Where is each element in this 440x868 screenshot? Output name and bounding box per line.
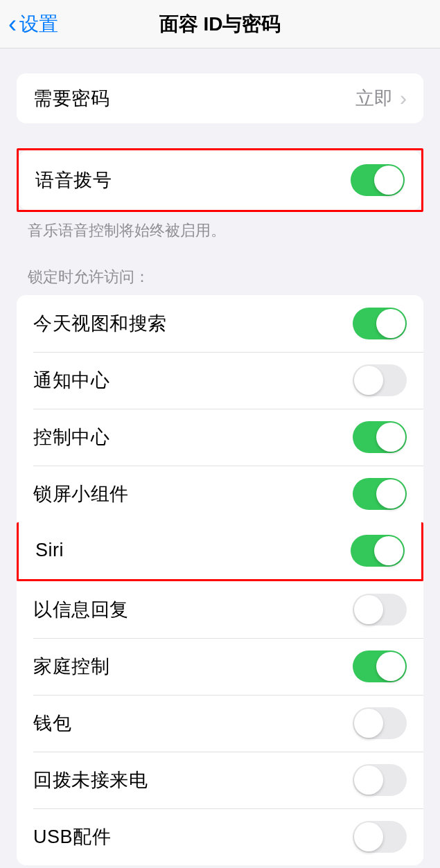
navigation-header: ‹ 设置 面容 ID与密码 <box>0 0 440 48</box>
home-control-label: 家庭控制 <box>33 654 109 679</box>
callback-missed-row: 回拨未接来电 <box>17 752 423 808</box>
home-control-toggle[interactable] <box>353 650 407 682</box>
page-title: 面容 ID与密码 <box>159 11 281 37</box>
wallet-label: 钱包 <box>33 711 71 736</box>
siri-toggle[interactable] <box>351 535 405 567</box>
control-center-toggle[interactable] <box>353 421 407 453</box>
voice-dial-row: 语音拨号 <box>19 150 421 210</box>
chevron-right-icon: › <box>400 87 407 110</box>
home-control-row: 家庭控制 <box>17 638 423 695</box>
require-passcode-label: 需要密码 <box>33 86 109 111</box>
today-view-toggle[interactable] <box>353 308 407 339</box>
voice-dial-footer: 音乐语音控制将始终被启用。 <box>0 212 440 250</box>
usb-accessories-label: USB配件 <box>33 824 111 849</box>
siri-label: Siri <box>35 540 64 561</box>
voice-dial-toggle[interactable] <box>351 164 405 196</box>
siri-highlight: Siri <box>17 522 423 581</box>
reply-message-label: 以信息回复 <box>33 597 129 622</box>
reply-message-row: 以信息回复 <box>17 581 423 638</box>
require-passcode-value: 立即 <box>355 86 393 111</box>
lock-widgets-label: 锁屏小组件 <box>33 481 129 506</box>
control-center-label: 控制中心 <box>33 425 109 450</box>
usb-accessories-toggle[interactable] <box>353 821 407 853</box>
wallet-row: 钱包 <box>17 695 423 752</box>
lock-access-header: 锁定时允许访问： <box>0 267 440 295</box>
notification-center-label: 通知中心 <box>33 368 109 393</box>
wallet-toggle[interactable] <box>353 707 407 739</box>
lock-widgets-row: 锁屏小组件 <box>17 466 423 522</box>
back-button[interactable]: ‹ 设置 <box>0 10 58 39</box>
callback-missed-label: 回拨未接来电 <box>33 768 148 792</box>
chevron-left-icon: ‹ <box>8 10 17 39</box>
usb-footer: iPhone锁定超过一小时后，需先解锁iPhone才能允许USB配件连接。 <box>0 865 440 868</box>
voice-dial-highlight: 语音拨号 <box>17 148 423 212</box>
callback-missed-toggle[interactable] <box>353 764 407 796</box>
back-label: 设置 <box>19 11 58 37</box>
notification-center-toggle[interactable] <box>353 364 407 396</box>
today-view-row: 今天视图和搜索 <box>17 295 423 352</box>
today-view-label: 今天视图和搜索 <box>33 311 167 336</box>
notification-center-row: 通知中心 <box>17 352 423 409</box>
voice-dial-label: 语音拨号 <box>35 168 112 193</box>
control-center-row: 控制中心 <box>17 409 423 466</box>
require-passcode-row[interactable]: 需要密码 立即 › <box>17 73 423 123</box>
lock-widgets-toggle[interactable] <box>353 478 407 510</box>
siri-row: Siri <box>19 522 421 579</box>
reply-message-toggle[interactable] <box>353 594 407 626</box>
usb-accessories-row: USB配件 <box>17 808 423 865</box>
